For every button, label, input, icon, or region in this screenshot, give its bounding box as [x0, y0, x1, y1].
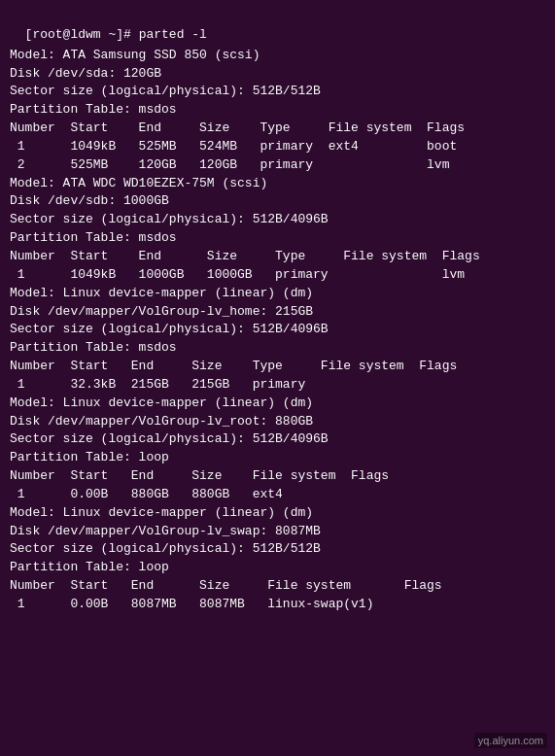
terminal-line: 1 1049kB 1000GB 1000GB primary lvm [10, 266, 545, 285]
terminal-line: Sector size (logical/physical): 512B/409… [10, 321, 545, 339]
terminal-line: Disk /dev/sdb: 1000GB [10, 192, 545, 211]
terminal-line: Sector size (logical/physical): 512B/409… [10, 211, 545, 229]
terminal-line: 1 0.00B 8087MB 8087MB linux-swap(v1) [10, 596, 545, 614]
terminal-line: Disk /dev/sda: 120GB [10, 65, 545, 84]
terminal-line: 1 1049kB 525MB 524MB primary ext4 boot [10, 138, 545, 156]
terminal-window: [root@ldwm ~]# parted -l [0, 0, 555, 52]
terminal-line: 2 525MB 120GB 120GB primary lvm [10, 156, 545, 175]
terminal-line: Model: ATA WDC WD10EZEX-75M (scsi) [10, 175, 545, 193]
terminal-line: Partition Table: loop [10, 559, 545, 577]
terminal-line: Number Start End Size Type File system F… [10, 120, 545, 138]
terminal-line: Number Start End Size File system Flags [10, 467, 545, 486]
prompt-line: [root@ldwm ~]# parted -l [25, 27, 207, 42]
watermark-label: yq.aliyun.com [474, 733, 547, 748]
terminal-line: Disk /dev/mapper/VolGroup-lv_home: 215GB [10, 303, 545, 322]
terminal-line: Partition Table: msdos [10, 339, 545, 358]
terminal-line: Number Start End Size File system Flags [10, 577, 545, 596]
terminal-line: Sector size (logical/physical): 512B/512… [10, 540, 545, 559]
terminal-line: Model: Linux device-mapper (linear) (dm) [10, 395, 545, 413]
terminal-content: Model: ATA Samsung SSD 850 (scsi)Disk /d… [0, 47, 555, 622]
terminal-line: Partition Table: msdos [10, 101, 545, 120]
terminal-line: Model: Linux device-mapper (linear) (dm) [10, 285, 545, 303]
terminal-line: Disk /dev/mapper/VolGroup-lv_root: 880GB [10, 413, 545, 431]
terminal-line: Disk /dev/mapper/VolGroup-lv_swap: 8087M… [10, 523, 545, 541]
terminal-line: 1 0.00B 880GB 880GB ext4 [10, 486, 545, 504]
terminal-line: Number Start End Size Type File system F… [10, 358, 545, 376]
terminal-line: Sector size (logical/physical): 512B/512… [10, 83, 545, 101]
terminal-line: Model: ATA Samsung SSD 850 (scsi) [10, 47, 545, 65]
terminal-line: 1 32.3kB 215GB 215GB primary [10, 376, 545, 395]
terminal-line: Sector size (logical/physical): 512B/409… [10, 430, 545, 449]
terminal-line: Number Start End Size Type File system F… [10, 248, 545, 266]
terminal-line: Partition Table: loop [10, 449, 545, 467]
terminal-line: Partition Table: msdos [10, 229, 545, 248]
terminal-line: Model: Linux device-mapper (linear) (dm) [10, 504, 545, 523]
